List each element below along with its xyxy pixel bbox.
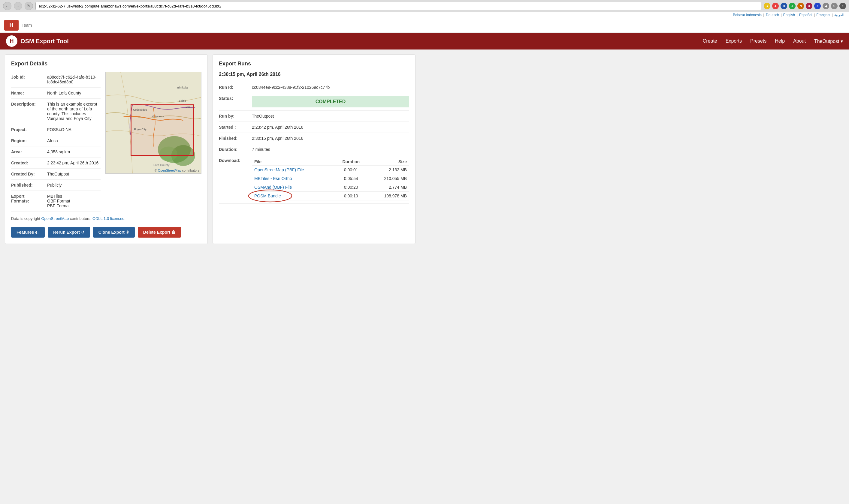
lang-link[interactable]: Bahasa Indonesia [733,13,762,17]
download-link-mbtiles[interactable]: MBTiles - Esri Ortho [254,176,292,181]
map-credit: © OpenStreetMap contributors [155,168,200,172]
download-duration-osmand: 0:00:20 [334,183,368,192]
run-row-finished: Finished: 2:30:15 pm, April 26th 2016 [219,133,409,144]
nav-create[interactable]: Create [703,38,717,44]
nav-title: OSM Export Tool [20,38,69,45]
ext-icon-2[interactable]: B [781,3,787,9]
download-link-posm[interactable]: POSM Bundle [254,194,281,198]
download-row-posm: POSM Bundle 0:00:10 198.978 MB [252,192,409,200]
value-region: Africa [47,138,101,143]
label-area: Area: [11,149,47,154]
nav-links: Create Exports Presets Help About TheOut… [703,38,843,44]
label-region: Region: [11,138,47,143]
label-created: Created: [11,161,47,165]
download-size-pbf: 2.132 MB [368,166,409,174]
run-row-runby: Run by: TheOutpost [219,111,409,122]
run-label-download: Download: [219,158,252,163]
value-name: North Lofa County [47,91,101,95]
value-published: Publicly [47,183,101,187]
download-row-mbtiles: MBTiles - Esri Ortho 0:05:54 210.055 MB [252,174,409,183]
svg-text:Lofa County: Lofa County [153,163,170,166]
ext-icon-1[interactable]: A [772,3,779,9]
run-row-id: Run Id: cc0344e9-9cc2-4388-91f2-210269c7… [219,82,409,93]
detail-row-description: Description: This is an example excerpt … [11,99,101,124]
ext-icon-8[interactable]: S [831,3,837,9]
export-runs-title: Export Runs [219,60,409,67]
run-row-started: Started : 2:23:42 pm, April 26th 2016 [219,122,409,133]
lang-link[interactable]: Français [816,13,830,17]
label-jobid: Job Id: [11,75,47,79]
col-header-duration: Duration [334,158,368,166]
label-description: Description: [11,102,47,107]
nav-header: H OSM Export Tool Create Exports Presets… [0,33,849,50]
openstreetmap-link[interactable]: OpenStreetMap [41,216,69,221]
lang-link[interactable]: English [783,13,795,17]
run-value-finished: 2:30:15 pm, April 26th 2016 [252,136,409,141]
export-runs-card: Export Runs 2:30:15 pm, April 26th 2016 … [212,54,416,244]
download-size-osmand: 2.774 MB [368,183,409,192]
svg-text:Binikala: Binikala [177,86,188,89]
nav-presets[interactable]: Presets [750,38,766,44]
download-link-osmand[interactable]: OSMAnd (OBF) File [254,185,292,190]
ext-icon-6[interactable]: Z [814,3,821,9]
value-project: FOSS4G-NA [47,127,101,132]
url-bar[interactable] [35,2,761,10]
run-date: 2:30:15 pm, April 26th 2016 [219,72,409,77]
rerun-export-button[interactable]: Rerun Export ↺ [48,227,90,238]
forward-button[interactable]: → [14,2,22,10]
lang-link[interactable]: Deutsch [766,13,779,17]
run-value-id: cc0344e9-9cc2-4388-91f2-210269c7c77b [252,85,409,90]
map-thumbnail: Binikala Baizia Mac Goéckédou Voinjama F… [105,72,202,174]
detail-row-region: Region: Africa [11,135,101,146]
run-value-started: 2:23:42 pm, April 26th 2016 [252,125,409,130]
download-size-posm: 198.978 MB [368,192,409,200]
ext-icon-5[interactable]: X [806,3,812,9]
run-row-status: Status: COMPLETED [219,93,409,111]
ext-icon-3[interactable]: J [789,3,796,9]
status-badge: COMPLETED [252,96,409,107]
lang-link[interactable]: Español [799,13,812,17]
logo-circle: H [6,35,17,47]
nav-about[interactable]: About [793,38,806,44]
label-published: Published: [11,183,47,187]
export-details-title: Export Details [11,60,202,67]
logo-text: Team [22,23,32,28]
run-row-download: Download: File Duration Size OpenStreetM… [219,155,409,204]
nav-exports[interactable]: Exports [726,38,742,44]
svg-text:Baizia: Baizia [179,99,186,102]
browser-extensions: ★ A B J N X Z ◀ S ≡ [764,3,846,9]
value-description: This is an example excerpt of the north … [47,102,101,121]
download-size-mbtiles: 210.055 MB [368,174,409,183]
odbl-link[interactable]: ODbL 1.0 licensed [92,216,124,221]
delete-export-button[interactable]: Delete Export 🗑 [138,227,181,238]
run-value-runby: TheOutpost [252,114,409,119]
reload-button[interactable]: ↻ [24,2,33,10]
nav-theoutpost[interactable]: TheOutpost ▾ [814,38,843,44]
osm-credit-link[interactable]: OpenStreetMap [158,168,181,172]
download-row-osmand: OSMAnd (OBF) File 0:00:20 2.774 MB [252,183,409,192]
svg-text:Voinjama: Voinjama [152,114,164,118]
download-row-pbf: OpenStreetMap (PBF) File 0:00:01 2.132 M… [252,166,409,174]
detail-row-project: Project: FOSS4G-NA [11,124,101,135]
menu-icon[interactable]: ≡ [839,3,846,9]
label-createdby: Created By: [11,172,47,176]
svg-text:Goéckédou: Goéckédou [133,108,147,111]
run-label-finished: Finished: [219,136,252,141]
svg-text:Mac: Mac [186,106,190,108]
ext-icon-7[interactable]: ◀ [822,3,829,9]
run-label-started: Started : [219,125,252,130]
run-label-id: Run Id: [219,85,252,90]
nav-help[interactable]: Help [775,38,785,44]
run-value-duration: 7 minutes [252,147,409,152]
download-table: File Duration Size OpenStreetMap (PBF) F… [252,158,409,200]
lang-link[interactable]: العربية [834,13,844,17]
features-button[interactable]: Features 🏷 [11,227,45,238]
star-icon[interactable]: ★ [764,3,770,9]
svg-text:Foya City: Foya City [134,127,146,131]
clone-export-button[interactable]: Clone Export ✳ [93,227,135,238]
back-button[interactable]: ← [3,2,12,10]
col-header-size: Size [368,158,409,166]
ext-icon-4[interactable]: N [797,3,804,9]
download-link-pbf[interactable]: OpenStreetMap (PBF) File [254,167,304,172]
detail-row-published: Published: Publicly [11,180,101,191]
